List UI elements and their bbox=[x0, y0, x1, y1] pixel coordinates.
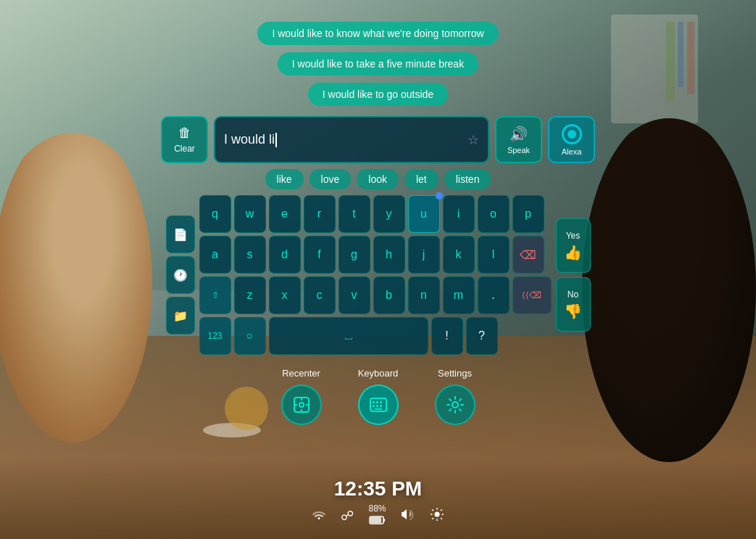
svg-rect-9 bbox=[380, 401, 382, 403]
suggestion-3[interactable]: I would like to go outside bbox=[308, 83, 448, 106]
key-x[interactable]: x bbox=[269, 276, 301, 314]
yes-button[interactable]: Yes 👍 bbox=[556, 218, 591, 273]
key-n[interactable]: n bbox=[408, 276, 440, 314]
text-input-area: I would li ☆ bbox=[214, 116, 489, 163]
sidebar-clock-key[interactable]: 🕐 bbox=[166, 256, 195, 294]
suggestions-container: I would like to know what we're doing to… bbox=[257, 22, 498, 106]
battery-icon bbox=[369, 515, 386, 528]
volume-icon bbox=[401, 509, 415, 523]
key-exclaim[interactable]: ! bbox=[431, 317, 463, 355]
key-b[interactable]: b bbox=[373, 276, 405, 314]
key-q[interactable]: q bbox=[199, 195, 231, 233]
volume-status bbox=[401, 509, 415, 523]
suggestion-2[interactable]: I would like to take a five minute break bbox=[278, 52, 478, 75]
left-sidebar: 📄 🕐 📁 bbox=[166, 195, 195, 355]
settings-button[interactable]: Settings bbox=[435, 368, 475, 425]
keyboard-label: Keyboard bbox=[358, 368, 399, 379]
svg-line-23 bbox=[432, 509, 433, 511]
key-row-2: a s d f g h j k l ⌫ bbox=[199, 236, 552, 273]
key-p[interactable]: p bbox=[512, 195, 544, 233]
input-text: I would li bbox=[224, 132, 275, 147]
settings-circle bbox=[435, 384, 475, 425]
key-r[interactable]: r bbox=[304, 195, 336, 233]
speak-button[interactable]: 🔊 Speak bbox=[495, 116, 542, 163]
right-sidebar: Yes 👍 No 👎 bbox=[556, 195, 591, 355]
alexa-button[interactable]: Alexa bbox=[548, 116, 595, 163]
settings-icon bbox=[446, 395, 465, 414]
volume-svg bbox=[401, 509, 415, 520]
recenter-circle bbox=[281, 384, 322, 425]
text-doc-icon: 📄 bbox=[173, 228, 188, 242]
space-icon: ⎵ bbox=[345, 329, 352, 342]
keyboard-button[interactable]: Keyboard bbox=[358, 368, 399, 425]
key-row-1: q w e r t y u i o p bbox=[199, 195, 552, 233]
key-k[interactable]: k bbox=[443, 236, 475, 273]
wifi-status bbox=[312, 509, 326, 523]
recenter-icon bbox=[292, 395, 311, 414]
key-a[interactable]: a bbox=[199, 236, 231, 273]
key-space[interactable]: ⎵ bbox=[269, 317, 428, 355]
thumbs-down-icon: 👎 bbox=[564, 303, 582, 320]
keyboard-panel: 🗑 Clear I would li ☆ 🔊 Speak Alexa bbox=[161, 116, 595, 355]
key-period[interactable]: . bbox=[478, 276, 510, 314]
key-j[interactable]: j bbox=[408, 236, 440, 273]
svg-rect-8 bbox=[376, 401, 378, 403]
favorite-icon[interactable]: ☆ bbox=[468, 132, 479, 148]
word-like[interactable]: like bbox=[265, 169, 304, 189]
key-o[interactable]: o bbox=[478, 195, 510, 233]
key-h[interactable]: h bbox=[373, 236, 405, 273]
key-double-backspace[interactable]: ⟨⟨⌫ bbox=[512, 276, 552, 314]
key-l[interactable]: l bbox=[478, 236, 510, 273]
word-let[interactable]: let bbox=[404, 169, 439, 189]
settings-label: Settings bbox=[438, 368, 472, 379]
clear-label: Clear bbox=[174, 144, 195, 154]
suggestion-1[interactable]: I would like to know what we're doing to… bbox=[257, 22, 498, 45]
trash-icon: 🗑 bbox=[178, 126, 191, 141]
svg-line-26 bbox=[432, 518, 433, 519]
key-123[interactable]: 123 bbox=[199, 317, 231, 355]
key-w[interactable]: w bbox=[234, 195, 266, 233]
key-g[interactable]: g bbox=[338, 236, 370, 273]
svg-rect-17 bbox=[370, 517, 381, 523]
sidebar-folder-key[interactable]: 📁 bbox=[166, 297, 195, 334]
key-y[interactable]: y bbox=[373, 195, 405, 233]
key-m[interactable]: m bbox=[443, 276, 475, 314]
key-backspace[interactable]: ⌫ bbox=[512, 236, 544, 273]
svg-point-14 bbox=[452, 402, 458, 408]
key-row-4: 123 ☺ ⎵ ! ? bbox=[199, 317, 552, 355]
key-e[interactable]: e bbox=[269, 195, 301, 233]
svg-point-1 bbox=[299, 403, 304, 407]
key-t[interactable]: t bbox=[338, 195, 370, 233]
keyboard-circle bbox=[358, 384, 399, 425]
word-look[interactable]: look bbox=[357, 169, 399, 189]
no-button[interactable]: No 👎 bbox=[556, 277, 591, 332]
no-label: No bbox=[568, 289, 578, 300]
battery-status: 88% bbox=[368, 503, 386, 528]
recenter-button[interactable]: Recenter bbox=[281, 368, 322, 425]
clear-button[interactable]: 🗑 Clear bbox=[161, 116, 208, 163]
key-u[interactable]: u bbox=[408, 195, 440, 233]
word-listen[interactable]: listen bbox=[444, 169, 491, 189]
brightness-svg bbox=[430, 507, 444, 522]
bottom-controls: Recenter Keyboard bbox=[281, 368, 475, 425]
key-s[interactable]: s bbox=[234, 236, 266, 273]
svg-rect-7 bbox=[373, 401, 375, 403]
key-v[interactable]: v bbox=[338, 276, 370, 314]
sidebar-text-key[interactable]: 📄 bbox=[166, 215, 195, 253]
key-question[interactable]: ? bbox=[466, 317, 498, 355]
svg-rect-13 bbox=[375, 408, 382, 410]
key-i[interactable]: i bbox=[443, 195, 475, 233]
key-f[interactable]: f bbox=[304, 236, 336, 273]
brightness-icon bbox=[430, 507, 444, 524]
key-d[interactable]: d bbox=[269, 236, 301, 273]
key-c[interactable]: c bbox=[304, 276, 336, 314]
key-emoji[interactable]: ☺ bbox=[234, 317, 266, 355]
word-suggestions: like love look let listen bbox=[265, 169, 491, 189]
key-shift[interactable]: ⇧ bbox=[199, 276, 231, 314]
word-love[interactable]: love bbox=[310, 169, 352, 189]
status-bar: 12:35 PM ☍ 88% bbox=[0, 477, 756, 528]
speak-label: Speak bbox=[507, 146, 530, 155]
alexa-inner-icon bbox=[568, 130, 576, 139]
svg-rect-10 bbox=[373, 405, 375, 407]
key-z[interactable]: z bbox=[234, 276, 266, 314]
